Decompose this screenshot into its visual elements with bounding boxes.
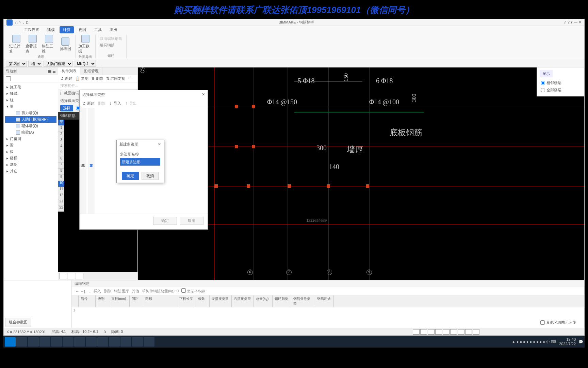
tool-icon[interactable] (420, 329, 427, 335)
tree-node[interactable]: ▸ 门窗洞 (5, 136, 56, 142)
taskbar-app[interactable] (16, 337, 27, 347)
btn-floor-copy[interactable]: ⇅ 层间复制 (106, 76, 125, 81)
annotation: 墙厚 (347, 144, 363, 155)
tree-node[interactable]: ▸ 楼梯 (5, 155, 56, 162)
notification-icon[interactable]: 💬 (578, 340, 583, 344)
tool-icon[interactable] (6, 76, 11, 81)
cancel-button[interactable]: 取消 (180, 217, 203, 225)
shape-line-icon[interactable] (68, 273, 75, 279)
tree-node[interactable]: ▸ 板 (5, 149, 56, 155)
tree-node[interactable]: ▸ 梁 (5, 142, 56, 149)
tree-node[interactable]: ▸ 其它 (5, 168, 56, 174)
shape-l-icon[interactable] (76, 273, 83, 279)
taskbar-app[interactable] (51, 337, 62, 347)
btn-del-section[interactable]: 删除 (98, 101, 105, 106)
side-system[interactable]: 系统内置 (80, 108, 86, 214)
tree-node[interactable]: ▾ 墙 (5, 103, 56, 110)
btn-export[interactable]: ⭱ 导出 (125, 101, 137, 106)
tool-icon[interactable] (435, 329, 442, 335)
cancel-button[interactable]: 取消 (142, 172, 159, 180)
btn-rebar-3d[interactable]: 钢筋三维 (42, 35, 56, 54)
btn-layout[interactable]: 排布图 (58, 35, 72, 54)
tree-leaf[interactable]: 暗梁(A) (5, 129, 56, 136)
btn-edit-rebar[interactable]: 编辑钢筋 (100, 43, 122, 48)
shape-rect-icon[interactable] (60, 273, 67, 279)
taskbar-app[interactable] (144, 337, 154, 347)
tree-node[interactable]: ▸ 柱 (5, 97, 56, 103)
close-icon[interactable]: ✕ (202, 92, 205, 97)
btn-new[interactable]: 🗋 新建 (60, 76, 72, 81)
menu-project[interactable]: 工程设置 (21, 26, 43, 33)
chk-show-child[interactable]: 显示子钢筋 (181, 288, 206, 294)
taskbar-app[interactable] (97, 337, 108, 347)
system-tray[interactable]: ▲ ● ● ● ● ● ● ● ● ● 中 ⌨ 19:40 2022/7/22 … (512, 337, 583, 346)
menu-model[interactable]: 建模 (44, 26, 58, 33)
tool-icon[interactable] (428, 329, 435, 335)
view-toggle-icon[interactable]: ▦ ☰ (48, 69, 56, 74)
tree-node[interactable]: ▸ 基础 (5, 162, 56, 168)
tab-drawings[interactable]: 图纸管理 (80, 67, 102, 75)
btn-cancel-edit-rebar[interactable]: 取消编辑钢筋 (100, 36, 122, 41)
menu-calc[interactable]: 计算 (60, 26, 74, 33)
btn-process-data[interactable]: 加工数据 (78, 35, 93, 54)
btn-new-section[interactable]: 🗋 新建 (82, 101, 95, 106)
taskbar-app[interactable] (28, 337, 39, 347)
tab-components[interactable]: 构件列表 (58, 67, 80, 75)
taskbar-app[interactable] (74, 337, 85, 347)
taskbar-app[interactable] (39, 337, 50, 347)
window-controls[interactable]: ⤢ ? ▾ — ✕ (564, 20, 582, 25)
btn-delete2[interactable]: 删除 (104, 289, 111, 294)
polygon-name-input[interactable] (120, 158, 160, 166)
taskbar-app[interactable] (109, 337, 120, 347)
item-select[interactable]: MKQ-1 (74, 61, 96, 67)
type-select[interactable]: 人防门框墙 (44, 61, 72, 67)
ok-button[interactable]: 确定 (153, 217, 177, 225)
taskbar-app[interactable] (132, 337, 143, 347)
btn-other[interactable]: 其他 (132, 289, 139, 294)
tree-leaf[interactable]: 砌体墙(Q) (5, 123, 56, 129)
menu-exit[interactable]: 退出 (107, 26, 121, 33)
select-button[interactable]: 选择 (60, 105, 73, 111)
category-select[interactable]: 墙 (28, 61, 42, 67)
btn-import[interactable]: ⭳ 导入 (109, 101, 121, 106)
menu-tools[interactable]: 工具 (91, 26, 105, 33)
search-input[interactable]: 搜索构件... (58, 82, 137, 89)
ok-button[interactable]: 确定 (122, 172, 139, 180)
window-title: BIMMAKE - 钢筋翻样 (29, 20, 563, 25)
taskbar-app[interactable] (120, 337, 131, 347)
tab-display[interactable]: 显示 (540, 70, 553, 77)
quick-access-toolbar[interactable]: ⎌ ↷ ▾ 🗋 (15, 20, 29, 25)
btn-copy[interactable]: 📋 复制 (75, 76, 88, 81)
taskbar-app[interactable] (63, 337, 74, 347)
tab-combo-params[interactable]: 组合参数图 (5, 318, 31, 326)
btn-calc-all[interactable]: 汇总计算 (9, 35, 23, 54)
tool-icon[interactable] (465, 329, 472, 335)
clock[interactable]: 19:40 2022/7/22 (559, 337, 576, 346)
more-icon[interactable]: ⋯ (128, 76, 132, 81)
tree-leaf[interactable]: 剪力墙(Q) (5, 110, 56, 116)
taskbar-app[interactable] (86, 337, 97, 347)
menu-view[interactable]: 视图 (75, 26, 89, 33)
rebar-table[interactable]: 筋号 级别 直径(mm) 间距 图形 下料长度 根数 左搭接类型 右搭接类型 总… (72, 295, 584, 328)
floor-select[interactable]: 第-2层 (6, 61, 27, 67)
start-button[interactable] (5, 337, 16, 347)
tree-leaf-selected[interactable]: 人防门框墙(RF) (5, 116, 56, 123)
tree-node[interactable]: ▸ 施工段 (5, 84, 56, 90)
tool-icon[interactable] (473, 329, 479, 335)
tool-icon[interactable] (413, 329, 420, 335)
side-custom[interactable]: 自定义库 (88, 108, 95, 214)
opt-all[interactable]: 全部楼层 (540, 87, 582, 94)
chk-highlight[interactable]: 其他区域图元突显 (539, 319, 577, 326)
btn-insert[interactable]: 插入 (94, 289, 101, 294)
total-weight-label: 单构件钢筋总量(kg): 0 (142, 289, 179, 294)
tool-icon[interactable] (443, 329, 450, 335)
wall-icon (16, 131, 20, 135)
opt-adjacent[interactable]: 相邻楼层 (540, 79, 582, 87)
tool-icon[interactable] (458, 329, 464, 335)
btn-report[interactable]: 查看报表 (26, 35, 40, 54)
tree-node[interactable]: ▸ 轴线 (5, 90, 56, 97)
close-icon[interactable]: ✕ (158, 142, 161, 147)
tool-icon[interactable] (450, 329, 457, 335)
btn-rebar-lib[interactable]: 钢筋图库 (114, 289, 129, 294)
btn-delete[interactable]: 🗑 删除 (91, 76, 103, 81)
